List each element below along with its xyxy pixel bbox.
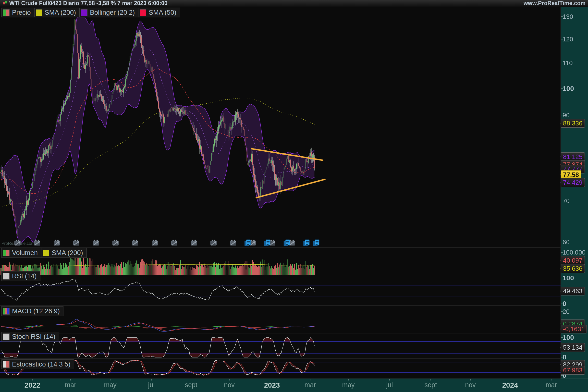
news-report-icon[interactable] xyxy=(302,239,311,246)
legend-item-sma-50[interactable]: SMA (50) xyxy=(138,8,180,18)
stochrsi-legend: Stoch RSI (14) xyxy=(2,332,59,342)
economic-calendar-icon[interactable] xyxy=(33,239,42,246)
precio-swatch-icon xyxy=(3,9,10,16)
legend-item-precio[interactable]: Precio xyxy=(2,8,34,18)
legend-item-volumen[interactable]: Volumen xyxy=(2,248,42,258)
app-icon xyxy=(2,0,7,6)
stoch-legend: Estocástico (14 3 5) xyxy=(2,360,74,369)
sma-50-swatch-icon xyxy=(140,9,146,16)
legend-item-sma-200[interactable]: SMA (200) xyxy=(41,248,87,258)
legend-item-stoch-rsi-14[interactable]: Stoch RSI (14) xyxy=(2,332,59,342)
chart-window: WTI Crude Full0423 Diario 77,58 -3,58 % … xyxy=(0,0,588,392)
bollinger-20-2-swatch-icon xyxy=(81,9,88,16)
news-report-icon[interactable] xyxy=(312,239,321,246)
economic-calendar-icon[interactable] xyxy=(14,239,22,246)
legend-item-bollinger-20-2[interactable]: Bollinger (20 2) xyxy=(80,8,138,18)
economic-calendar-icon[interactable] xyxy=(151,239,159,246)
macd-12-26-9-swatch-icon xyxy=(3,308,10,314)
economic-calendar-icon[interactable] xyxy=(229,239,238,246)
legend-item-label: RSI (14) xyxy=(12,272,37,280)
legend-item-sma-200[interactable]: SMA (200) xyxy=(34,8,80,18)
rsi-legend: RSI (14) xyxy=(2,271,40,281)
economic-calendar-icon[interactable] xyxy=(190,239,198,246)
economic-calendar-icon[interactable] xyxy=(92,239,100,246)
economic-calendar-icon[interactable] xyxy=(53,239,61,246)
legend-item-rsi-14[interactable]: RSI (14) xyxy=(2,271,40,281)
stoch-rsi-14-swatch-icon xyxy=(3,334,10,340)
volumen-swatch-icon xyxy=(3,250,10,256)
economic-calendar-icon[interactable] xyxy=(72,239,81,246)
rsi-14-swatch-icon xyxy=(3,273,10,280)
economic-calendar-icon[interactable] xyxy=(112,239,120,246)
legend-item-label: Precio xyxy=(12,9,31,16)
legend-item-label: Bollinger (20 2) xyxy=(90,9,135,16)
economic-calendar-icon[interactable] xyxy=(170,239,179,246)
title-bar: WTI Crude Full0423 Diario 77,58 -3,58 % … xyxy=(0,0,588,7)
news-report-icon[interactable] xyxy=(264,239,272,246)
news-report-icon[interactable] xyxy=(283,239,291,246)
legend-item-estoc-stico-14-3-5[interactable]: Estocástico (14 3 5) xyxy=(2,360,74,369)
legend-item-label: Estocástico (14 3 5) xyxy=(12,361,70,368)
legend-item-label: SMA (200) xyxy=(45,9,76,16)
economic-calendar-icon[interactable] xyxy=(210,239,218,246)
legend-item-macd-12-26-9[interactable]: MACD (12 26 9) xyxy=(2,306,64,316)
legend-item-label: SMA (50) xyxy=(149,9,176,16)
website-link[interactable]: www.ProRealTime.com xyxy=(524,0,586,6)
legend-item-label: Stoch RSI (14) xyxy=(12,333,55,340)
economic-calendar-icon[interactable] xyxy=(131,239,140,246)
macd-legend: MACD (12 26 9) xyxy=(2,306,63,316)
main-legend: PrecioSMA (200)Bollinger (20 2)SMA (50) xyxy=(2,8,180,18)
news-report-icon[interactable] xyxy=(244,239,252,246)
chart-canvas[interactable] xyxy=(0,0,588,392)
sma-200-swatch-icon xyxy=(43,250,49,256)
chart-title: WTI Crude Full0423 Diario 77,58 -3,58 % … xyxy=(9,0,168,6)
legend-item-label: SMA (200) xyxy=(52,249,83,257)
volume-legend: VolumenSMA (200) xyxy=(2,248,86,258)
legend-item-label: Volumen xyxy=(12,249,38,257)
sma-200-swatch-icon xyxy=(36,9,42,16)
estoc-stico-14-3-5-swatch-icon xyxy=(3,361,10,368)
legend-item-label: MACD (12 26 9) xyxy=(12,308,60,315)
